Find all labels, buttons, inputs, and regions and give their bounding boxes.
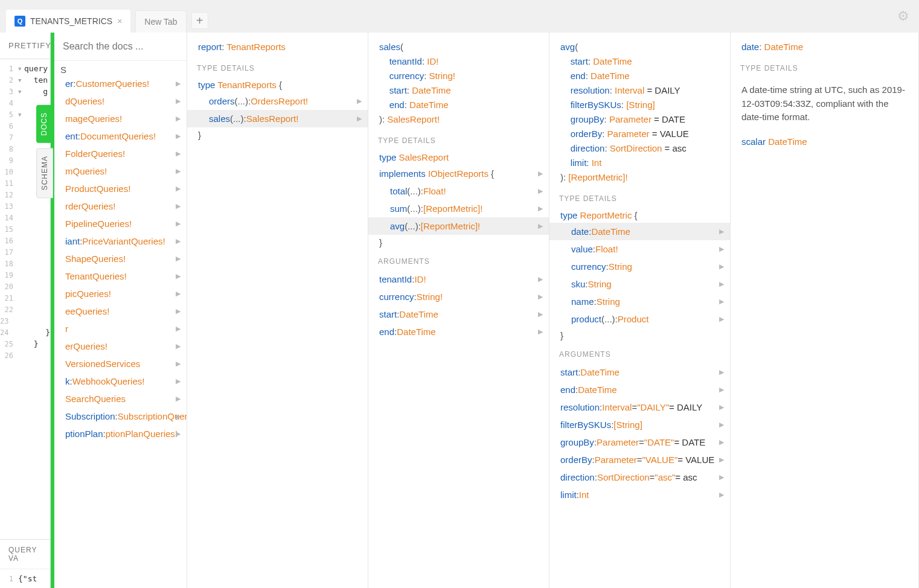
argument-row[interactable]: start: DateTime▶ <box>549 363 730 381</box>
argument-row[interactable]: tenantId: ID!▶ <box>368 270 549 288</box>
type-details-label: TYPE DETAILS <box>368 129 549 150</box>
root-field-row[interactable]: er: CustomerQueries!▶ <box>54 75 187 92</box>
root-field-row[interactable]: r▶ <box>54 320 187 337</box>
type-field-row[interactable]: sum(...): [ReportMetric]!▶ <box>368 200 549 217</box>
argument-row[interactable]: limit: Int▶ <box>549 486 730 503</box>
root-field-row[interactable]: FolderQueries!▶ <box>54 145 187 162</box>
query-variables: QUERY VA 1{"st <box>0 539 50 588</box>
tab-label: New Tab <box>144 17 177 27</box>
type-field-row[interactable]: avg(...): [ReportMetric]!▶ <box>368 217 549 235</box>
schema-tab[interactable]: SCHEMA <box>36 148 53 198</box>
add-tab-button[interactable]: + <box>191 12 208 29</box>
type-field-row[interactable]: currency: String▶ <box>549 258 730 275</box>
docs-column-1: report: TenantReports TYPE DETAILS type … <box>187 33 368 588</box>
root-field-row[interactable]: PipelineQueries!▶ <box>54 215 187 232</box>
gear-icon[interactable]: ⚙ <box>897 8 909 24</box>
type-description: A date-time string at UTC, such as 2019-… <box>731 77 918 130</box>
argument-row[interactable]: start: DateTime▶ <box>368 305 549 323</box>
type-field-row[interactable]: value: Float!▶ <box>549 240 730 258</box>
root-field-row[interactable]: TenantQueries!▶ <box>54 267 187 285</box>
argument-row[interactable]: currency: String!▶ <box>368 288 549 305</box>
prettify-button[interactable]: PRETTIFY <box>8 41 51 50</box>
type-field-row[interactable]: product(...): Product▶ <box>549 310 730 328</box>
root-field-row[interactable]: eeQueries!▶ <box>54 302 187 320</box>
close-icon[interactable]: × <box>117 16 122 26</box>
root-field-row[interactable]: mageQueries!▶ <box>54 110 187 127</box>
root-field-row[interactable]: ShapeQueries!▶ <box>54 250 187 267</box>
root-field-row[interactable]: SearchQueries▶ <box>54 390 187 407</box>
docs-columns: S er: CustomerQueries!▶dQueries!▶mageQue… <box>54 33 919 588</box>
type-field-row[interactable]: sales(...): SalesReport!▶ <box>187 110 368 127</box>
type-field-row[interactable]: name: String▶ <box>549 293 730 310</box>
type-field-row[interactable]: total(...): Float!▶ <box>368 182 549 200</box>
docs-column-3: avg( start: DateTime end: DateTime resol… <box>549 33 731 588</box>
argument-row[interactable]: direction: SortDirection = "asc" = asc▶ <box>549 468 730 486</box>
root-field-row[interactable]: ptionPlan:ptionPlanQueries!▶ <box>54 425 187 443</box>
query-variables-label[interactable]: QUERY VA <box>0 540 50 569</box>
docs-column-4: date: DateTime TYPE DETAILS A date-time … <box>731 33 919 588</box>
root-field-row[interactable]: dQueries!▶ <box>54 92 187 110</box>
type-field-row[interactable]: orders(...): OrdersReport!▶ <box>187 92 368 110</box>
type-field-row[interactable]: sku: String▶ <box>549 275 730 293</box>
type-details-label: TYPE DETAILS <box>549 187 730 208</box>
arguments-label: ARGUMENTS <box>368 250 549 270</box>
root-field-row[interactable]: VersionedServices▶ <box>54 355 187 372</box>
root-field-row[interactable]: Subscription:SubscriptionQueries!▶ <box>54 407 187 425</box>
root-field-row[interactable]: ProductQueries!▶ <box>54 180 187 197</box>
root-field-row[interactable]: iant: PriceVariantQueries!▶ <box>54 232 187 250</box>
argument-row[interactable]: end: DateTime▶ <box>368 323 549 340</box>
qvars-line[interactable]: {"st <box>18 574 37 583</box>
root-suffix: S <box>60 65 66 75</box>
type-details-label: TYPE DETAILS <box>731 57 918 77</box>
docs-search-input[interactable] <box>63 41 178 52</box>
docs-column-root: S er: CustomerQueries!▶dQueries!▶mageQue… <box>54 33 187 588</box>
field-signature: report: TenantReports <box>187 33 368 57</box>
arguments-label: ARGUMENTS <box>549 343 730 363</box>
type-field-row[interactable]: date: DateTime▶ <box>549 223 730 240</box>
field-signature: sales( tenantId: ID! currency: String! s… <box>368 33 549 129</box>
root-field-row[interactable]: ent: DocumentQueries!▶ <box>54 127 187 145</box>
side-tabs: DOCS SCHEMA <box>36 105 53 203</box>
root-field-row[interactable]: picQueries!▶ <box>54 285 187 302</box>
argument-row[interactable]: filterBySKUs: [String]▶ <box>549 416 730 433</box>
docs-tab[interactable]: DOCS <box>36 105 52 143</box>
root-field-row[interactable]: k: WebhookQueries!▶ <box>54 372 187 390</box>
editor-toolbar: PRETTIFY <box>0 33 50 59</box>
root-field-row[interactable]: erQueries!▶ <box>54 337 187 355</box>
root-field-row[interactable]: rderQueries!▶ <box>54 197 187 215</box>
tab-label: TENANTS_METRICS <box>30 16 112 26</box>
argument-row[interactable]: resolution: Interval = "DAILY" = DAILY▶ <box>549 398 730 416</box>
field-signature: avg( start: DateTime end: DateTime resol… <box>549 33 730 187</box>
argument-row[interactable]: orderBy: Parameter = "VALUE" = VALUE▶ <box>549 451 730 468</box>
implements-row[interactable]: implements IObjectReports {▶ <box>368 165 549 182</box>
query-icon: Q <box>14 16 25 27</box>
docs-column-2: sales( tenantId: ID! currency: String! s… <box>368 33 549 588</box>
argument-row[interactable]: groupBy: Parameter = "DATE" = DATE▶ <box>549 433 730 451</box>
root-field-row[interactable]: mQueries!▶ <box>54 162 187 180</box>
argument-row[interactable]: end: DateTime▶ <box>549 381 730 398</box>
tab-active[interactable]: Q TENANTS_METRICS × <box>6 10 130 33</box>
tab-bar: Q TENANTS_METRICS × New Tab + ⚙ <box>0 0 919 33</box>
tab-new[interactable]: New Tab <box>135 10 186 33</box>
field-signature: date: DateTime <box>731 33 918 57</box>
type-details-label: TYPE DETAILS <box>187 57 368 77</box>
root-fields-list: er: CustomerQueries!▶dQueries!▶mageQueri… <box>54 75 187 443</box>
